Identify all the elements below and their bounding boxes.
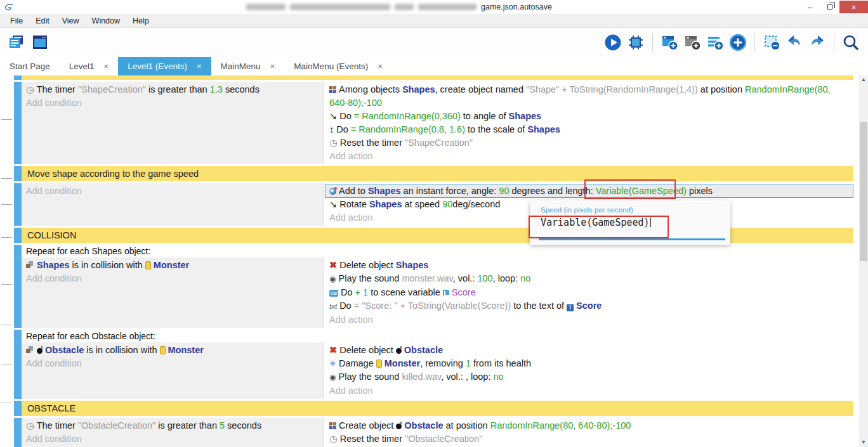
event-text: pixels xyxy=(687,186,713,196)
event-drag-bar[interactable] xyxy=(14,245,22,328)
toolbar-separator xyxy=(834,33,834,52)
menu-window[interactable]: Window xyxy=(86,16,126,25)
event-text: , vol.: xyxy=(453,273,478,283)
play-icon[interactable] xyxy=(603,33,622,52)
toolbar-separator xyxy=(652,33,653,52)
menu-file[interactable]: File xyxy=(4,16,29,25)
event-drag-bar[interactable] xyxy=(14,228,22,243)
text-object-icon: T xyxy=(567,304,574,311)
event-text: "ShapeCreation" xyxy=(78,84,146,94)
event-text: Play the sound xyxy=(338,273,402,283)
search-icon[interactable] xyxy=(841,33,860,52)
scene-editor-icon[interactable] xyxy=(30,33,49,52)
event-text: Create object xyxy=(339,420,396,431)
menu-edit[interactable]: Edit xyxy=(29,16,56,25)
tab-label: Level1 xyxy=(69,62,95,71)
action-row[interactable]: txtDo = "Score: " + ToString(Variable(Sc… xyxy=(325,299,853,313)
event-text: Add action xyxy=(329,151,373,161)
tab-close-icon[interactable]: × xyxy=(197,62,202,71)
conditions-column: ◷The timer "ObstacleCreation" is greater… xyxy=(22,418,324,447)
event-header[interactable]: Repeat for each Shapes object: xyxy=(22,245,853,257)
event-drag-bar[interactable] xyxy=(14,401,22,416)
scroll-up-arrow-icon[interactable]: ▲ xyxy=(859,75,868,84)
condition-row[interactable]: Shapes is in collision with Monster xyxy=(22,259,323,272)
action-row[interactable]: ◉Play the sound monster.wav, vol.: 100, … xyxy=(325,272,853,286)
action-row[interactable]: ✖Delete object Shapes xyxy=(325,259,853,272)
add-event-icon[interactable] xyxy=(660,33,679,52)
tab-start-page[interactable]: Start Page xyxy=(0,57,60,75)
add-condition-button[interactable]: Add condition xyxy=(22,357,323,370)
toolbar xyxy=(0,28,868,57)
project-manager-icon[interactable] xyxy=(6,33,25,52)
action-row[interactable]: ◷Reset the timer "ObstacleCreation" xyxy=(325,432,853,446)
tab-close-icon[interactable]: × xyxy=(378,62,383,71)
add-condition-button[interactable]: Add condition xyxy=(22,185,323,198)
menu-view[interactable]: View xyxy=(56,16,86,25)
expression-value: = RandomInRange(0.8, 1.6) xyxy=(351,124,465,134)
action-row[interactable]: VarDo + 1 to scene variable Score xyxy=(325,286,853,299)
comment-row[interactable]: Move shape according to the game speed xyxy=(22,166,853,181)
event-text: Add condition xyxy=(26,434,82,444)
restore-button[interactable] xyxy=(820,1,839,13)
add-comment-icon[interactable] xyxy=(683,33,702,52)
object-name: Obstacle xyxy=(404,420,443,431)
scroll-down-arrow-icon[interactable]: ▼ xyxy=(859,438,868,447)
add-condition-button[interactable]: Add condition xyxy=(22,432,323,446)
object-name: Shapes xyxy=(37,260,70,270)
event-drag-bar[interactable] xyxy=(14,330,22,399)
vertical-scrollbar[interactable]: ▲ ▼ xyxy=(859,75,868,447)
tab-level1[interactable]: Level1× xyxy=(60,57,118,75)
menu-help[interactable]: Help xyxy=(126,16,155,25)
title-bar: game.json.autosave – × xyxy=(0,0,868,14)
tab-mainmenu-events-[interactable]: MainMenu (Events)× xyxy=(284,57,392,75)
action-row[interactable]: ↕Do = RandomInRange(0.8, 1.6) to the sca… xyxy=(325,123,853,136)
add-action-button[interactable]: Add action xyxy=(325,384,853,398)
add-circle-icon[interactable] xyxy=(728,33,747,52)
add-subevents-icon[interactable] xyxy=(706,33,725,52)
condition-row[interactable]: Obstacle is in collision with Monster xyxy=(22,344,323,357)
comment-block: Move shape according to the game speed xyxy=(14,166,859,181)
tab-level1-events-[interactable]: Level1 (Events)× xyxy=(118,57,211,75)
expression-value: 1.3 xyxy=(210,84,223,94)
action-row[interactable]: ↘Do = RandomInRange(0,360) to angle of S… xyxy=(325,110,853,123)
redo-icon[interactable] xyxy=(808,33,827,52)
event-text: killed.wav xyxy=(402,372,441,382)
action-row[interactable]: Among objects Shapes, create object name… xyxy=(325,83,853,110)
action-row[interactable]: ✳Damage Monster, removing 1 from its hea… xyxy=(325,357,853,370)
comment-row[interactable] xyxy=(22,75,853,80)
event-drag-bar[interactable] xyxy=(14,183,22,226)
add-condition-button[interactable]: Add condition xyxy=(22,272,323,285)
tab-close-icon[interactable]: × xyxy=(104,62,109,71)
event-text: Add action xyxy=(329,385,373,396)
event-columns: ◷The timer "ShapeCreation" is greater th… xyxy=(22,82,853,164)
comment-row[interactable]: OBSTACLE xyxy=(22,401,853,416)
close-button[interactable]: × xyxy=(839,1,868,13)
event-drag-bar[interactable] xyxy=(14,82,22,164)
event-text: to the scale of xyxy=(465,124,527,134)
condition-row[interactable]: ◷The timer "ShapeCreation" is greater th… xyxy=(22,83,323,96)
event-drag-bar[interactable] xyxy=(14,166,22,181)
scale-icon: ↕ xyxy=(329,123,334,136)
add-action-button[interactable]: Add action xyxy=(325,150,853,163)
event-drag-bar[interactable] xyxy=(14,75,22,80)
comment-block xyxy=(14,75,859,80)
action-row[interactable]: Create object Obstacle at position Rando… xyxy=(325,419,853,432)
add-action-button[interactable]: Add action xyxy=(325,313,853,327)
sound-icon: ◉ xyxy=(329,273,336,286)
minimize-button[interactable]: – xyxy=(800,1,820,13)
event-drag-bar[interactable] xyxy=(14,418,22,447)
action-row[interactable]: ◷Reset the timer "ShapeCreation" xyxy=(325,136,853,150)
scrollbar-thumb[interactable] xyxy=(860,122,867,261)
object-name: Score xyxy=(576,301,602,311)
tab-mainmenu[interactable]: MainMenu× xyxy=(211,57,285,75)
comment-block: COLLISION xyxy=(14,228,859,243)
undo-icon[interactable] xyxy=(785,33,804,52)
debug-icon[interactable] xyxy=(626,33,645,52)
delete-event-icon[interactable] xyxy=(762,33,781,52)
action-row[interactable]: ✖Delete object Obstacle xyxy=(325,344,853,357)
add-condition-button[interactable]: Add condition xyxy=(22,96,323,110)
event-header[interactable]: Repeat for each Obstacle object: xyxy=(22,330,853,342)
condition-row[interactable]: ◷The timer "ObstacleCreation" is greater… xyxy=(22,419,323,432)
tab-close-icon[interactable]: × xyxy=(270,62,275,71)
action-row[interactable]: ◉Play the sound killed.wav, vol.: , loop… xyxy=(325,370,853,384)
